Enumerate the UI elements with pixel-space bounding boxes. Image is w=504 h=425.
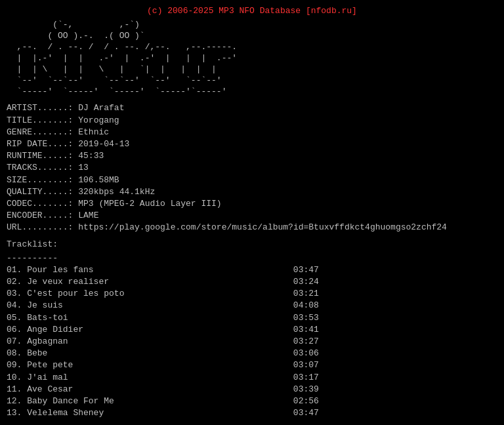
codec-value: MP3 (MPEG-2 Audio Layer III): [78, 199, 221, 209]
tracklist-divider: ----------: [7, 253, 497, 264]
artist-value: DJ Arafat: [78, 103, 124, 113]
encoder-label: ENCODER.....:: [7, 211, 73, 220]
header-title: (c) 2006-2025 MP3 NFO Database [nfodb.ru…: [7, 5, 497, 17]
table-row: 04. Je suis 04:08: [7, 300, 497, 312]
url-label: URL.........:: [7, 222, 73, 232]
tracklist-body: 01. Pour les fans 03:4702. Je veux reali…: [7, 264, 497, 419]
rip-date-value: 2019-04-13: [78, 139, 129, 149]
artist-label: ARTIST......:: [7, 103, 73, 113]
table-row: 09. Pete pete 03:07: [7, 359, 497, 371]
table-row: 11. Ave Cesar 03:39: [7, 384, 497, 395]
table-row: 07. Agbagnan 03:27: [7, 336, 497, 348]
quality-value: 320kbps 44.1kHz: [78, 187, 155, 197]
tracks-value: 13: [78, 163, 89, 172]
title-label: TITLE.......:: [7, 115, 73, 125]
table-row: 10. J'ai mal 03:17: [7, 372, 497, 384]
encoder-value: LAME: [78, 211, 98, 220]
size-label: SIZE........:: [7, 175, 73, 185]
table-row: 12. Baby Dance For Me 02:56: [7, 395, 497, 407]
metadata-block: ARTIST......: DJ Arafat TITLE.......: Yo…: [7, 102, 497, 233]
table-row: 05. Bats-toi 03:53: [7, 312, 497, 324]
runtime-label: RUNTIME.....:: [7, 151, 73, 161]
rip-date-label: RIP DATE....:: [7, 139, 73, 149]
table-row: 02. Je veux realiser 03:24: [7, 276, 497, 288]
url-value: https://play.google.com/store/music/albu…: [78, 222, 447, 232]
table-row: 03. C'est pour les poto 03:21: [7, 288, 497, 300]
runtime-value: 45:33: [78, 151, 104, 161]
codec-label: CODEC.......:: [7, 199, 73, 209]
quality-label: QUALITY.....:: [7, 187, 73, 197]
genre-label: GENRE.......:: [7, 127, 73, 137]
table-row: 08. Bebe 03:06: [7, 348, 497, 359]
table-row: 13. Velelema Sheney 03:47: [7, 407, 497, 419]
tracks-label: TRACKS......:: [7, 163, 73, 172]
ascii-art: (`-, ,-`) ( OO ).-. .( OO )` ,--. / . --…: [7, 20, 497, 97]
table-row: 01. Pour les fans 03:47: [7, 264, 497, 276]
title-value: Yorogang: [78, 115, 119, 125]
tracklist-header: Tracklist:: [7, 239, 497, 251]
genre-value: Ethnic: [78, 127, 109, 137]
size-value: 106.58MB: [78, 175, 119, 185]
table-row: 06. Ange Didier 03:41: [7, 324, 497, 336]
